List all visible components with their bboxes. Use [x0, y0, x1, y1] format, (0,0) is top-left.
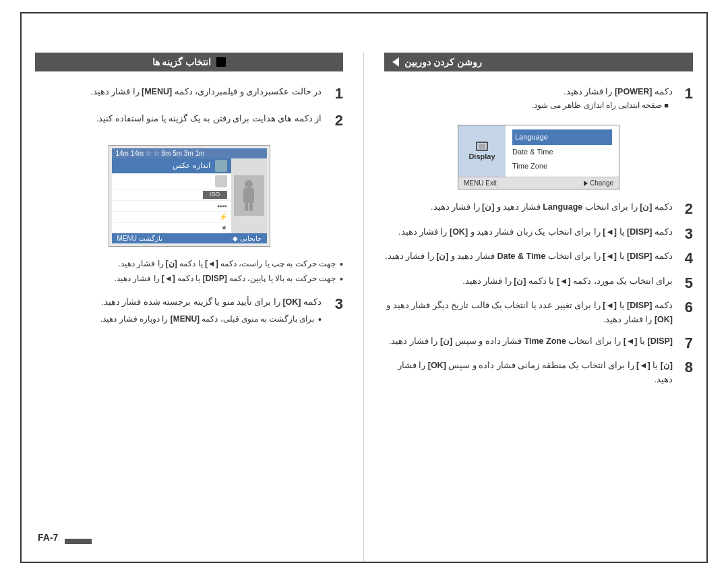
- display-label: Display: [468, 152, 495, 160]
- left-column: انتخاب گزینه ها 1 در حالت عکسبرداری و فی…: [22, 53, 364, 562]
- right-step-1-number: 1: [678, 85, 693, 102]
- page-number-bar: [65, 539, 92, 544]
- right-step-1-block: 1 دکمه [POWER] را فشار دهید. ■ صفحه ابتد…: [384, 85, 693, 113]
- footer-arrow-icon: [584, 181, 588, 186]
- step-1-block: 1 در حالت عکسبرداری و فیلمبرداری، دکمه […: [35, 85, 343, 102]
- step-3-number: 3: [328, 295, 343, 313]
- camera-menu-bottom: MENU بازگشت ◆ جابجایی: [112, 233, 267, 243]
- bullet-item-1: • جهت حرکت به چپ یا راست، دکمه [◄] یا دک…: [35, 259, 343, 270]
- top-margin: [20, 12, 708, 53]
- camera-menu-row-3: ISO: [112, 189, 231, 201]
- right-step-3-text: دکمه [DISP] یا [◄] را برای انتخاب یک زبا…: [384, 225, 673, 239]
- page: انتخاب گزینه ها 1 در حالت عکسبرداری و فی…: [0, 0, 728, 563]
- footer-change-area: Change: [584, 179, 613, 187]
- bullet-item-2: • جهت حرکت به بالا یا پایین، دکمه [DISP]…: [35, 274, 343, 285]
- step-2-number: 2: [328, 112, 343, 129]
- svg-point-0: [245, 180, 253, 188]
- right-step-3-number: 3: [678, 225, 693, 243]
- right-step-8-number: 8: [678, 359, 693, 376]
- camera-menu-box: 14m 14m ☆ ☆ 8m 5m 3m 1m اندازه عکس: [109, 145, 270, 247]
- right-step-5-text: برای انتخاب یک مورد، دکمه [◄] یا دکمه [ن…: [384, 274, 673, 289]
- right-step-2-block: 2 دکمه [ن] را برای انتخاب Language فشار …: [384, 200, 693, 218]
- menu-move-label: ◆ جابجایی: [233, 235, 262, 242]
- display-menu-box: Display Language Date & Time Time Zone M…: [458, 125, 619, 190]
- right-section-header: روشن کردن دوربین: [384, 53, 693, 71]
- right-header-title: روشن کردن دوربین: [404, 57, 482, 67]
- right-step-7-text: [DISP] یا [◄] را برای انتخاب Time Zone ف…: [384, 334, 673, 349]
- camera-menu-scale: 14m 14m ☆ ☆ 8m 5m 3m 1m: [116, 150, 205, 157]
- display-menu-footer: MENU Exit Change: [458, 177, 619, 189]
- svg-rect-3: [249, 203, 253, 211]
- page-footer: FA-7: [34, 531, 92, 544]
- bullet-list: • جهت حرکت به چپ یا راست، دکمه [◄] یا دک…: [35, 259, 343, 289]
- right-header-arrow-icon: [392, 57, 399, 67]
- right-step-6-number: 6: [678, 299, 693, 316]
- step-2-text: از دکمه های هدایت برای رفتن به یک گزینه …: [35, 112, 322, 126]
- left-header-title: انتخاب گزینه ها: [152, 57, 212, 67]
- step-3-sub: • برای بازگشت به منوی قبلی، دکمه [MENU] …: [35, 312, 322, 328]
- right-step-5-number: 5: [678, 274, 693, 292]
- right-step-4-number: 4: [678, 249, 693, 267]
- svg-rect-1: [243, 188, 254, 203]
- right-step-7-block: 7 [DISP] یا [◄] را برای انتخاب Time Zone…: [384, 334, 693, 352]
- camera-menu-row-4: ▪▪▪▪: [112, 201, 231, 212]
- display-menu-body: Display Language Date & Time Time Zone: [458, 125, 619, 177]
- camera-menu-row-2: [112, 174, 231, 189]
- right-step-2-text: دکمه [ن] را برای انتخاب Language فشار ده…: [384, 200, 673, 214]
- black-square-icon: [216, 57, 226, 67]
- right-step-4-text: دکمه [DISP] یا [◄] را برای انتخاب Date &…: [384, 249, 673, 264]
- right-step-3-block: 3 دکمه [DISP] یا [◄] را برای انتخاب یک ز…: [384, 225, 693, 243]
- right-step-1-sub: ■ صفحه ابتدایی راه اندازی ظاهر می شود.: [384, 99, 673, 113]
- step-1-number: 1: [328, 85, 343, 102]
- display-menu-left-panel: Display: [458, 125, 506, 177]
- camera-menu-row-5: ⚡: [112, 212, 231, 223]
- page-number-label: FA-7: [34, 531, 62, 544]
- display-menu-right-panel: Language Date & Time Time Zone: [506, 125, 619, 177]
- step-3-text: دکمه [OK] را برای تأیید منو یا گزینه برج…: [35, 295, 322, 332]
- footer-exit-label: MENU Exit: [464, 179, 497, 187]
- right-step-8-block: 8 [ن] یا [◄] را برای انتخاب یک منطقه زما…: [384, 359, 693, 388]
- menu-item-timezone: Time Zone: [512, 159, 612, 173]
- right-step-2-number: 2: [678, 200, 693, 218]
- svg-rect-2: [245, 203, 248, 211]
- step-3-block: 3 دکمه [OK] را برای تأیید منو یا گزینه ب…: [35, 295, 343, 332]
- camera-menu-header: 14m 14m ☆ ☆ 8m 5m 3m 1m: [112, 148, 267, 158]
- right-column: روشن کردن دوربین 1 دکمه [POWER] را فشار …: [364, 53, 706, 562]
- step-2-block: 2 از دکمه های هدایت برای رفتن به یک گزین…: [35, 112, 343, 129]
- menu-back-label: MENU بازگشت: [117, 235, 162, 242]
- main-content: انتخاب گزینه ها 1 در حالت عکسبرداری و فی…: [20, 53, 708, 563]
- right-step-6-block: 6 دکمه [DISP] یا [◄] را برای تغییر عدد ی…: [384, 299, 693, 328]
- footer-change-label: Change: [590, 179, 613, 187]
- camera-menu-row-1: اندازه عکس: [112, 158, 231, 174]
- right-step-1-text: دکمه [POWER] را فشار دهید. ■ صفحه ابتدای…: [384, 85, 673, 113]
- step-1-text: در حالت عکسبرداری و فیلمبرداری، دکمه [ME…: [35, 85, 322, 99]
- right-step-5-block: 5 برای انتخاب یک مورد، دکمه [◄] یا دکمه …: [384, 274, 693, 292]
- right-step-7-number: 7: [678, 334, 693, 352]
- right-step-4-block: 4 دکمه [DISP] یا [◄] را برای انتخاب Date…: [384, 249, 693, 267]
- menu-item-datetime: Date & Time: [512, 145, 612, 159]
- right-step-8-text: [ن] یا [◄] را برای انتخاب یک منطقه زمانی…: [384, 359, 673, 388]
- row-label-1: اندازه عکس: [116, 160, 227, 172]
- camera-menu-row-6: ★: [112, 223, 231, 233]
- right-step-6-text: دکمه [DISP] یا [◄] را برای تغییر عدد یا …: [384, 299, 673, 328]
- menu-item-language: Language: [512, 129, 612, 145]
- left-section-header: انتخاب گزینه ها: [35, 53, 343, 71]
